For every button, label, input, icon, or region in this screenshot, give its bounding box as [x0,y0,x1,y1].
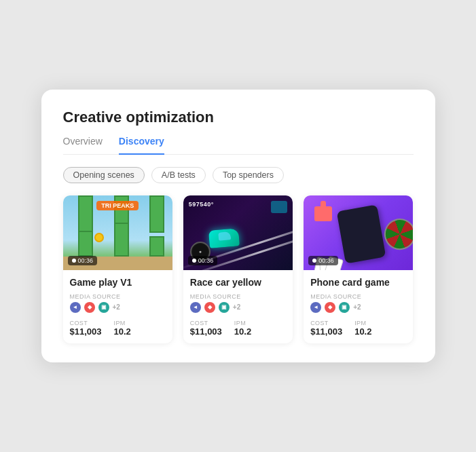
media-source-icons-3: ◄ ◆ ▣ +2 [310,302,406,313]
media-source-label-1: MEDIA SOURCE [70,293,166,300]
card-1-name: Game play V1 [70,277,166,288]
src-share-3: ◄ [310,302,321,313]
src-share-2: ◄ [190,302,201,313]
phone-shape [337,204,386,263]
timer-badge-1: 00:36 [68,256,98,265]
media-stats-2: COST $11,003 IPM 10.2 [190,320,286,337]
media-info-1: Game play V1 MEDIA SOURCE ◄ ◆ ▣ +2 COST … [63,270,172,343]
race-car [208,228,240,248]
media-info-3: Phone card game MEDIA SOURCE ◄ ◆ ▣ +2 CO… [304,270,413,343]
media-source-icons-2: ◄ ◆ ▣ +2 [190,302,286,313]
media-source-icons-1: ◄ ◆ ▣ +2 [70,302,166,313]
src-plus-1: +2 [113,303,120,311]
src-tv-2: ▣ [219,302,230,313]
filter-chips: Opening scenes A/B tests Top spenders [63,167,414,183]
tab-overview[interactable]: Overview [63,136,103,155]
tab-discovery[interactable]: Discovery [119,136,164,155]
media-thumb-1: TRI PEAKS 00:36 [63,195,172,270]
filter-opening[interactable]: Opening scenes [63,167,145,183]
media-stats-1: COST $11,003 IPM 10.2 [70,320,166,337]
tab-bar: Overview Discovery [63,136,414,155]
stat-cost-2: COST $11,003 [190,320,222,337]
filter-ab[interactable]: A/B tests [151,167,206,183]
src-plus-2: +2 [233,303,240,311]
stat-cost-1: COST $11,003 [70,320,102,337]
timer-badge-3: 00:36 [308,256,338,265]
media-source-label-3: MEDIA SOURCE [310,293,406,300]
gift-box [313,201,333,221]
stat-ipm-2: IPM 10.2 [234,320,251,337]
media-stats-3: COST $11,003 IPM 10.2 [310,320,406,337]
cards-row: TRI PEAKS 00:36 Game play V1 MEDIA SOURC… [63,195,414,343]
stat-cost-3: COST $11,003 [310,320,342,337]
src-vol-3: ◆ [325,302,335,313]
race-corner [271,201,287,213]
stat-ipm-3: IPM 10.2 [354,320,371,337]
filter-top[interactable]: Top spenders [213,167,284,183]
roulette [380,214,414,254]
src-vol-2: ◆ [204,302,215,313]
media-thumb-2: 597540° ● 00:36 [183,195,293,270]
src-vol-1: ◆ [84,302,95,313]
src-tv-1: ▣ [98,302,109,313]
src-tv-3: ▣ [339,302,350,313]
media-source-label-2: MEDIA SOURCE [190,293,286,300]
main-card: Creative optimization Overview Discovery… [41,90,435,362]
timer-badge-2: 00:36 [188,256,218,265]
media-thumb-3: 00:36 [304,195,413,270]
race-score: 597540° [189,201,214,208]
media-info-2: Race car yellow MEDIA SOURCE ◄ ◆ ▣ +2 CO… [183,270,293,343]
page-title: Creative optimization [63,109,414,126]
src-share-1: ◄ [70,302,81,313]
src-plus-3: +2 [353,303,361,311]
media-card-3[interactable]: 00:36 Phone card game MEDIA SOURCE ◄ ◆ ▣… [304,195,413,343]
card-3-name: Phone card game [310,277,406,288]
media-card-2[interactable]: 597540° ● 00:36 Race car yellow MEDIA SO… [183,195,293,343]
stat-ipm-1: IPM 10.2 [114,320,131,337]
card-2-name: Race car yellow [190,277,286,288]
media-card-1[interactable]: TRI PEAKS 00:36 Game play V1 MEDIA SOURC… [63,195,172,343]
